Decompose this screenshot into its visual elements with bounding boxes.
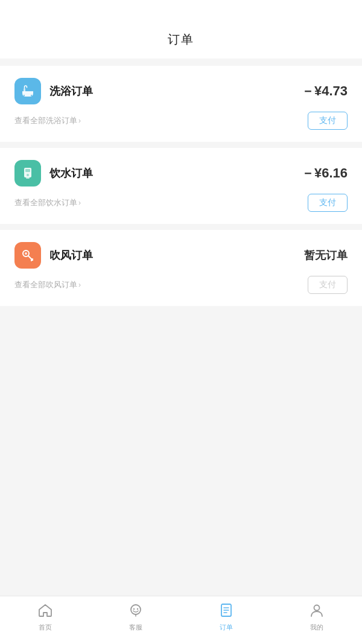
svg-point-8: [25, 252, 27, 255]
bottom-nav: 首页 客服: [0, 596, 362, 644]
water-pay-button[interactable]: 支付: [308, 194, 348, 212]
orders-icon: [218, 602, 234, 620]
fan-no-order-text: 暂无订单: [304, 248, 348, 263]
water-chevron-icon: ›: [78, 199, 81, 207]
svg-rect-4: [25, 169, 30, 172]
bath-pay-button[interactable]: 支付: [308, 112, 348, 130]
nav-label-orders: 订单: [220, 623, 233, 632]
bath-chevron-icon: ›: [78, 116, 81, 125]
water-view-all[interactable]: 查看全部饮水订单 ›: [14, 197, 81, 208]
content-area: 洗浴订单 －¥4.73 查看全部洗浴订单 › 支付: [0, 59, 362, 596]
bath-view-all[interactable]: 查看全部洗浴订单 ›: [14, 115, 81, 126]
service-icon: [128, 602, 144, 620]
nav-label-mine: 我的: [310, 623, 323, 632]
order-left-water: 饮水订单: [14, 160, 93, 187]
home-icon: [37, 602, 53, 620]
water-icon-svg: [20, 165, 36, 181]
order-card-bath: 洗浴订单 －¥4.73 查看全部洗浴订单 › 支付: [0, 66, 362, 142]
svg-point-12: [131, 605, 141, 614]
order-card-fan: 吹风订单 暂无订单 查看全部吹风订单 › 支付: [0, 230, 362, 306]
order-card-water: 饮水订单 －¥6.16 查看全部饮水订单 › 支付: [0, 148, 362, 224]
bath-order-name: 洗浴订单: [49, 84, 93, 98]
fan-order-name: 吹风订单: [49, 248, 93, 263]
svg-rect-0: [24, 88, 25, 92]
mine-icon: [309, 602, 325, 620]
water-order-amount: －¥6.16: [301, 164, 348, 182]
water-order-name: 饮水订单: [49, 166, 93, 180]
svg-rect-6: [26, 177, 30, 179]
header: 订单: [0, 0, 362, 59]
fan-chevron-icon: ›: [78, 281, 81, 289]
order-bottom-bath: 查看全部洗浴订单 › 支付: [14, 112, 348, 130]
bath-order-amount: －¥4.73: [301, 82, 348, 100]
order-left-fan: 吹风订单: [14, 242, 93, 269]
svg-point-19: [314, 605, 320, 611]
water-icon: [14, 160, 41, 187]
svg-point-2: [24, 95, 25, 96]
fan-pay-button: 支付: [308, 276, 348, 294]
fan-icon: [14, 242, 41, 269]
nav-label-home: 首页: [39, 623, 52, 632]
order-top-bath: 洗浴订单 －¥4.73: [14, 78, 348, 104]
fan-view-all[interactable]: 查看全部吹风订单 ›: [14, 279, 81, 290]
nav-label-service: 客服: [129, 623, 142, 632]
svg-point-13: [133, 608, 135, 610]
nav-item-orders[interactable]: 订单: [181, 602, 272, 632]
fan-icon-svg: [20, 247, 36, 263]
page: 订单: [0, 0, 362, 644]
page-title: 订单: [168, 33, 194, 46]
nav-item-mine[interactable]: 我的: [272, 602, 362, 632]
svg-point-14: [137, 608, 138, 610]
nav-item-service[interactable]: 客服: [91, 602, 181, 632]
nav-item-home[interactable]: 首页: [0, 602, 91, 632]
order-bottom-water: 查看全部饮水订单 › 支付: [14, 194, 348, 212]
svg-point-5: [27, 174, 29, 176]
bath-icon-svg: [20, 83, 36, 99]
svg-point-1: [31, 95, 32, 96]
order-left-bath: 洗浴订单: [14, 78, 93, 104]
order-bottom-fan: 查看全部吹风订单 › 支付: [14, 276, 348, 294]
order-top-water: 饮水订单 －¥6.16: [14, 160, 348, 187]
order-top-fan: 吹风订单 暂无订单: [14, 242, 348, 269]
bath-icon: [14, 78, 41, 104]
